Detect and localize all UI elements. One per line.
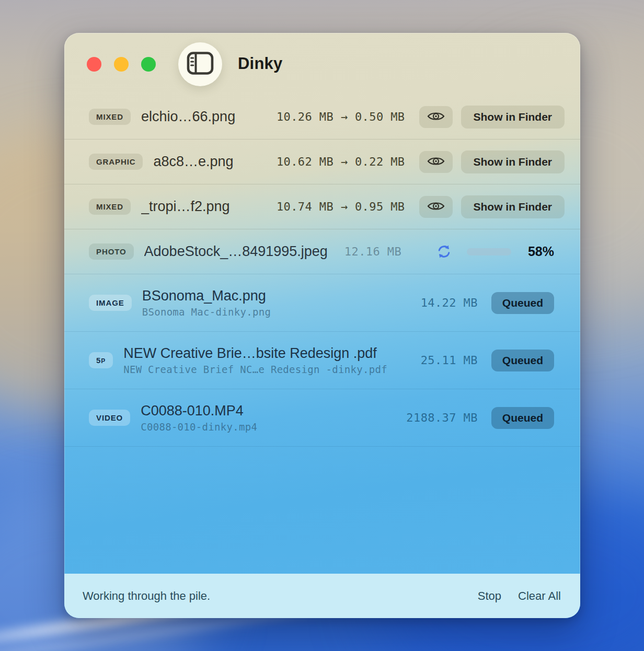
queued-button[interactable]: Queued <box>491 350 554 371</box>
file-name: AdobeStock_…8491995.jpeg <box>144 243 328 260</box>
file-name: _tropi…f2.png <box>141 199 266 215</box>
sync-arrows-icon <box>436 243 452 260</box>
file-size: 25.11 MB <box>421 354 478 367</box>
queued-button[interactable]: Queued <box>491 292 554 314</box>
app-icon-badge <box>178 42 222 86</box>
status-message: Working through the pile. <box>83 589 210 603</box>
file-name-block: C0088-010.MP4 C0088-010-dinky.mp4 <box>141 403 406 433</box>
zoom-button[interactable] <box>141 57 156 72</box>
dinky-window: Dinky MIXED elchio…66.png 10.26 MB → 0.5… <box>64 33 580 618</box>
file-row-queued: IMAGE BSonoma_Mac.png BSonoma_Mac-dinky.… <box>64 274 580 332</box>
file-type-badge: MIXED <box>89 199 131 215</box>
file-name: C0088-010.MP4 <box>141 403 406 419</box>
file-type-badge: IMAGE <box>89 295 132 311</box>
eye-icon <box>427 155 445 169</box>
file-row-queued: VIDEO C0088-010.MP4 C0088-010-dinky.mp4 … <box>64 389 580 447</box>
eye-icon <box>427 200 445 214</box>
file-size: 12.16 MB <box>344 245 401 258</box>
file-size: 2188.37 MB <box>406 411 477 424</box>
file-row: MIXED _tropi…f2.png 10.74 MB → 0.95 MB S… <box>64 184 580 229</box>
clear-all-button[interactable]: Clear All <box>518 589 561 603</box>
size-before-after: 10.62 MB → 0.22 MB <box>277 155 405 168</box>
file-name: a8c8…e.png <box>153 154 266 170</box>
close-button[interactable] <box>87 57 101 72</box>
progress-percent: 58% <box>528 244 554 259</box>
file-type-badge: MIXED <box>89 109 131 125</box>
titlebar: Dinky <box>64 33 580 95</box>
size-before-after: 10.74 MB → 0.95 MB <box>277 200 405 213</box>
page-count-badge: 5P <box>89 352 113 368</box>
file-type-badge: VIDEO <box>89 410 130 426</box>
queued-button[interactable]: Queued <box>491 407 554 429</box>
footer-actions: Stop Clear All <box>478 589 561 603</box>
file-list: MIXED elchio…66.png 10.26 MB → 0.50 MB S… <box>64 95 580 447</box>
sidebar-window-icon <box>187 51 214 77</box>
eye-icon <box>427 110 445 124</box>
stop-button[interactable]: Stop <box>478 589 501 603</box>
output-file-name: NEW Creative Brief NC…e Redesign -dinky.… <box>123 364 420 375</box>
size-before-after: 10.26 MB → 0.50 MB <box>277 110 405 123</box>
output-file-name: C0088-010-dinky.mp4 <box>141 421 406 433</box>
output-file-name: BSonoma_Mac-dinky.png <box>142 306 421 318</box>
file-row-processing: PHOTO AdobeStock_…8491995.jpeg 12.16 MB … <box>64 229 580 274</box>
status-bar: Working through the pile. Stop Clear All <box>64 574 580 618</box>
file-row: MIXED elchio…66.png 10.26 MB → 0.50 MB S… <box>64 95 580 140</box>
progress-bar <box>467 248 511 255</box>
file-name-block: NEW Creative Brie…bsite Redesign .pdf NE… <box>123 345 420 375</box>
show-in-finder-button[interactable]: Show in Finder <box>461 195 565 218</box>
file-size: 14.22 MB <box>421 296 478 309</box>
minimize-button[interactable] <box>114 57 129 72</box>
file-name: elchio…66.png <box>141 109 266 125</box>
show-in-finder-button[interactable]: Show in Finder <box>461 106 565 129</box>
preview-button[interactable] <box>419 196 453 218</box>
file-name-block: BSonoma_Mac.png BSonoma_Mac-dinky.png <box>142 288 421 318</box>
file-row-queued: 5P NEW Creative Brie…bsite Redesign .pdf… <box>64 332 580 389</box>
file-type-badge: PHOTO <box>89 243 134 260</box>
file-name: NEW Creative Brie…bsite Redesign .pdf <box>123 345 420 362</box>
window-title: Dinky <box>238 54 282 73</box>
preview-button[interactable] <box>419 106 453 128</box>
show-in-finder-button[interactable]: Show in Finder <box>461 150 565 173</box>
file-row: GRAPHIC a8c8…e.png 10.62 MB → 0.22 MB Sh… <box>64 140 580 184</box>
preview-button[interactable] <box>419 151 453 173</box>
file-name: BSonoma_Mac.png <box>142 288 421 304</box>
file-type-badge: GRAPHIC <box>89 154 143 170</box>
